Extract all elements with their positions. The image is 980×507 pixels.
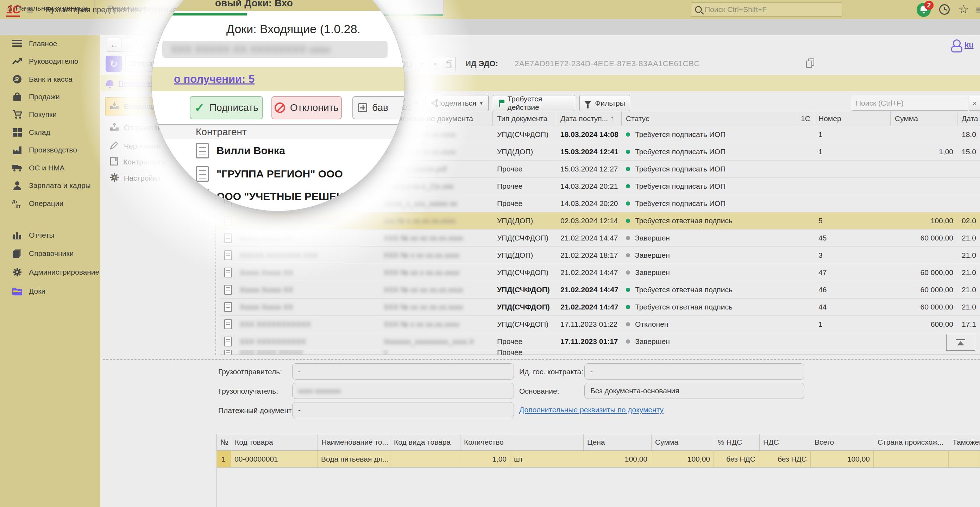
doc-date: 21.02.2024 14:47: [556, 230, 622, 247]
table-row[interactable]: ХХХХХ ХХХХХХХ ХХХ ХХХ № х хх хх.хх.хххх …: [220, 247, 980, 264]
combo-dropdown-icon[interactable]: ▾: [415, 57, 429, 71]
sidebar-item-2[interactable]: Руководителю: [0, 53, 100, 69]
doc-date2: [958, 350, 980, 354]
sidebar-item-11[interactable]: Отчеты: [0, 227, 100, 243]
scroll-to-end-button[interactable]: [946, 334, 975, 351]
filters-button[interactable]: Фильтры: [579, 95, 630, 111]
row-number: 1: [216, 451, 231, 467]
doc-date2: 02.0: [958, 212, 980, 229]
favorites-icon[interactable]: ☆: [958, 2, 969, 16]
inbox-icon: [110, 101, 119, 112]
item-vat: без НДС: [759, 451, 811, 467]
items-column-header[interactable]: Всего: [811, 434, 874, 450]
table-row[interactable]: Ххххх Ххххх ХХ ХХХ № хх хх хх.хх.хххх УП…: [220, 298, 980, 316]
column-header[interactable]: Дата: [958, 111, 980, 126]
column-header[interactable]: Дата поступ... ↑: [556, 111, 622, 126]
column-header[interactable]: Тип документа: [493, 111, 556, 126]
share-button[interactable]: Поделиться▾: [425, 95, 488, 111]
lens-add-button[interactable]: бав: [352, 96, 405, 120]
sidebar-item-6[interactable]: Склад: [0, 124, 100, 140]
items-column-header[interactable]: Код товара: [231, 434, 318, 450]
table-row[interactable]: Ххххх Ххххх ХХ ХХХ № хх хх хх.хх.хххх УП…: [220, 230, 980, 247]
user-link[interactable]: ku: [950, 40, 974, 51]
redacted-contragent: Ххххх Ххххх ХХ: [240, 234, 293, 242]
lens-table-header: Контрагент: [152, 124, 405, 139]
copy-icon[interactable]: [806, 59, 814, 68]
sidebar-item-14[interactable]: Доки: [0, 283, 100, 299]
sidebar-item-3[interactable]: Р Банк и касса: [0, 71, 100, 87]
field-input[interactable]: хххх ххххххх: [292, 383, 514, 399]
sidebar-item-8[interactable]: ОС и НМА: [0, 160, 100, 176]
combo-open-icon[interactable]: [442, 57, 455, 71]
action-required-button[interactable]: Требуется действие: [493, 95, 575, 111]
doc-number: [814, 161, 891, 177]
document-icon: [224, 233, 232, 243]
items-column-header[interactable]: % НДС: [714, 434, 760, 450]
lens-table-row[interactable]: Вилли Вонка: [152, 139, 405, 162]
back-button[interactable]: ←: [107, 38, 121, 52]
doc-type: УПД(СЧФДОП): [493, 298, 556, 316]
redacted-doc-name: ХХХ № хх хх хх.хх.хххх: [384, 303, 463, 311]
document-icon: [196, 143, 209, 158]
combo-clear-icon[interactable]: ×: [429, 57, 442, 71]
items-column-header[interactable]: Наименование то...: [318, 434, 390, 450]
items-column-header[interactable]: Количество: [460, 434, 584, 450]
sidebar-item-12[interactable]: Справочники: [0, 246, 100, 261]
forward-button[interactable]: →: [121, 38, 136, 52]
item-qty: 1,00: [460, 451, 511, 467]
lens-reject-button[interactable]: Отклонить: [271, 96, 342, 120]
redacted-doc-name: ххх № х хх хх.хх.хххх: [384, 217, 456, 225]
document-icon: [224, 216, 232, 226]
doc-date2: 21.0: [958, 298, 980, 316]
table-row[interactable]: ХХХ ХХХХХХХХХХ Xxxxxxx_xxxxxxxxx_xxxx.X …: [220, 333, 980, 350]
books-icon: [12, 249, 22, 258]
items-column-header[interactable]: №: [217, 434, 231, 450]
sidebar-item-9[interactable]: Зарплата и кадры: [0, 177, 100, 194]
doc-status: Завершен: [622, 230, 797, 247]
column-header[interactable]: Сумма: [891, 111, 958, 126]
column-header[interactable]: 1С: [797, 111, 814, 126]
additional-requisites-link[interactable]: Дополнительные реквизиты по документу: [519, 406, 663, 414]
items-column-header[interactable]: НДС: [760, 434, 811, 450]
doc-sum: [891, 350, 958, 354]
docpanel-item-настройки[interactable]: Настройки: [106, 170, 200, 186]
sidebar-item-7[interactable]: Производство: [0, 142, 100, 158]
redacted-doc-name: ХХХ № хх хх хх.хх.хххх: [384, 285, 463, 294]
favorite-star-icon[interactable]: ☆: [140, 38, 150, 52]
field-input[interactable]: Без документа-основания: [584, 383, 804, 399]
doc-date2: 21.0: [958, 230, 980, 247]
grid-icon: [12, 128, 22, 137]
field-input[interactable]: -: [584, 364, 804, 379]
sidebar-item-13[interactable]: Администрирование: [0, 264, 100, 280]
doc-number: [814, 333, 891, 350]
table-row[interactable]: ХХХ ХХХХХХХХХХХ ХХХ № х хх хх.хх.хххх УП…: [220, 316, 980, 333]
search-clear-icon[interactable]: ×: [969, 96, 980, 110]
items-column-header[interactable]: Страна происхож...: [874, 434, 949, 450]
items-column-header[interactable]: Сумма: [652, 434, 714, 450]
column-header[interactable]: Номер: [814, 111, 891, 126]
table-row[interactable]: Ххххх Ххххх ХХ ХХХ № хх хх хх.хх.хххх УП…: [220, 281, 980, 298]
items-table-row[interactable]: 100-00000001Вода питьевая дл...1,00шт100…: [216, 451, 980, 467]
table-row[interactable]: ХХ ххххххххх Ххххх Ххххххххх ххх № х хх …: [220, 212, 980, 230]
field-input[interactable]: -: [292, 364, 514, 379]
notifications-button[interactable]: 2: [916, 2, 933, 18]
refresh-button[interactable]: ↻: [106, 56, 122, 72]
sidebar-item-4[interactable]: Продажи: [0, 89, 100, 105]
service-menu-icon[interactable]: ≡: [976, 3, 980, 16]
sidebar-item-5[interactable]: Покупки: [0, 106, 100, 123]
doc-date2: [958, 195, 980, 212]
sidebar-item-10[interactable]: ДтКт Операции: [0, 195, 100, 212]
table-row[interactable]: Ххххх Ххххх ХХ ХХХ № хх х хх.хх.хххх УПД…: [220, 264, 980, 281]
tab-home[interactable]: ⌂ Начальная страница: [0, 0, 95, 16]
items-column-header[interactable]: Таможен: [949, 434, 980, 450]
items-column-header[interactable]: Код вида товара: [390, 434, 460, 450]
global-search-input[interactable]: Поиск Ctrl+Shift+F: [691, 2, 842, 16]
field-input[interactable]: -: [292, 402, 514, 418]
column-header[interactable]: Статус: [622, 111, 797, 126]
lens-sign-button[interactable]: ✓ Подписать: [190, 96, 263, 120]
history-icon[interactable]: [939, 4, 950, 15]
table-search-input[interactable]: Поиск (Ctrl+F): [852, 96, 968, 110]
items-column-header[interactable]: Цена: [584, 434, 652, 450]
sidebar-item-1[interactable]: Главное: [0, 35, 100, 52]
lens-notification-link[interactable]: о получении: 5: [174, 73, 255, 86]
